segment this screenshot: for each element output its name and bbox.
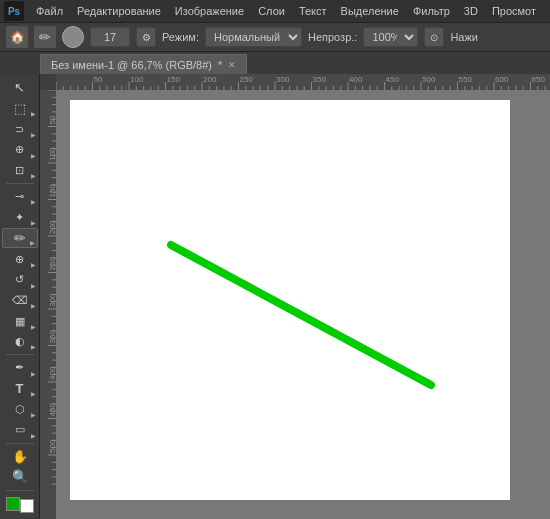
tool-arrow: ▶ (31, 390, 36, 397)
marquee-icon: ⬚ (14, 101, 26, 116)
options-bar: 🏠 ✏ 17 ⚙ Режим: Нормальный Непрозр.: 100… (0, 22, 550, 52)
tool-arrow: ▶ (31, 261, 36, 268)
tab-title: Без имени-1 @ 66,7% (RGB/8#) (51, 59, 212, 71)
opacity-select[interactable]: 100% (363, 27, 418, 47)
quickselect-icon: ⊕ (15, 143, 24, 156)
tool-arrow: ▶ (31, 131, 36, 138)
tool-arrow: ▶ (31, 219, 36, 226)
brush-icon[interactable]: ✏ (34, 26, 56, 48)
dodge-tool-btn[interactable]: ◐ ▶ (2, 332, 38, 352)
menu-bar: Ps Файл Редактирование Изображение Слои … (0, 0, 550, 22)
hand-icon: ✋ (12, 449, 28, 464)
brush-tool-btn[interactable]: ✏ ▶ (2, 228, 38, 248)
menu-3d[interactable]: 3D (458, 3, 484, 19)
heal-tool-btn[interactable]: ✦ ▶ (2, 207, 38, 227)
main-area: ↖ ⬚ ▶ ⊃ ▶ ⊕ ▶ ⊡ ▶ ⊸ ▶ ✦ ▶ ✏ ▶ (0, 74, 550, 519)
mode-select[interactable]: Нормальный (205, 27, 302, 47)
toolbar: ↖ ⬚ ▶ ⊃ ▶ ⊕ ▶ ⊡ ▶ ⊸ ▶ ✦ ▶ ✏ ▶ (0, 74, 40, 519)
tool-arrow: ▶ (31, 432, 36, 439)
type-icon: T (16, 381, 24, 396)
shape-tool-btn[interactable]: ▭ ▶ (2, 420, 38, 440)
tool-arrow: ▶ (31, 282, 36, 289)
type-tool-btn[interactable]: T ▶ (2, 379, 38, 399)
pen-tool-btn[interactable]: ✒ ▶ (2, 358, 38, 378)
tab-close-btn[interactable]: ✕ (228, 60, 236, 70)
tool-arrow: ▶ (31, 411, 36, 418)
crop-tool-btn[interactable]: ⊡ ▶ (2, 161, 38, 181)
shape-icon: ▭ (15, 423, 25, 436)
pressure-label: Нажи (450, 31, 478, 43)
path-icon: ⬡ (15, 403, 25, 416)
clone-icon: ⊕ (15, 253, 24, 266)
eyedropper-tool-btn[interactable]: ⊸ ▶ (2, 187, 38, 207)
path-tool-btn[interactable]: ⬡ ▶ (2, 399, 38, 419)
tool-arrow: ▶ (31, 370, 36, 377)
quickselect-tool-btn[interactable]: ⊕ ▶ (2, 140, 38, 160)
history-icon: ↺ (15, 273, 24, 286)
tool-arrow: ▶ (31, 302, 36, 309)
tool-separator-3 (6, 443, 34, 444)
heal-icon: ✦ (15, 211, 24, 224)
canvas-document (70, 100, 510, 500)
menu-select[interactable]: Выделение (335, 3, 405, 19)
canvas-scroll[interactable] (56, 90, 550, 519)
color-swatches (4, 495, 36, 515)
tool-arrow: ▶ (31, 110, 36, 117)
brush-icon-toolbar: ✏ (14, 230, 26, 246)
history-tool-btn[interactable]: ↺ ▶ (2, 270, 38, 290)
hand-tool-btn[interactable]: ✋ (2, 446, 38, 466)
clone-tool-btn[interactable]: ⊕ ▶ (2, 249, 38, 269)
tool-arrow: ▶ (31, 343, 36, 350)
tool-separator-2 (6, 354, 34, 355)
ps-logo: Ps (4, 1, 24, 21)
canvas-area (40, 74, 550, 519)
tool-arrow: ▶ (31, 198, 36, 205)
horizontal-ruler (40, 74, 550, 90)
home-icon[interactable]: 🏠 (6, 26, 28, 48)
tool-arrow: ▶ (30, 239, 35, 246)
dodge-icon: ◐ (15, 335, 25, 348)
tab-modified: * (218, 59, 222, 71)
marquee-tool-btn[interactable]: ⬚ ▶ (2, 99, 38, 119)
document-tab[interactable]: Без имени-1 @ 66,7% (RGB/8#) * ✕ (40, 54, 247, 74)
menu-view[interactable]: Просмот (486, 3, 542, 19)
menu-filter[interactable]: Фильтр (407, 3, 456, 19)
eraser-tool-btn[interactable]: ⌫ ▶ (2, 291, 38, 311)
pen-icon: ✒ (15, 361, 24, 374)
tab-bar: Без имени-1 @ 66,7% (RGB/8#) * ✕ (0, 52, 550, 74)
brush-preview[interactable] (62, 26, 84, 48)
tool-arrow: ▶ (31, 323, 36, 330)
background-color-swatch[interactable] (20, 499, 34, 513)
menu-layers[interactable]: Слои (252, 3, 291, 19)
foreground-color-swatch[interactable] (6, 497, 20, 511)
tool-arrow: ▶ (31, 152, 36, 159)
mode-label: Режим: (162, 31, 199, 43)
airbrush-btn[interactable]: ⊙ (424, 27, 444, 47)
menu-text[interactable]: Текст (293, 3, 333, 19)
eraser-icon: ⌫ (12, 294, 28, 307)
menu-edit[interactable]: Редактирование (71, 3, 167, 19)
fill-tool-btn[interactable]: ▦ ▶ (2, 311, 38, 331)
move-icon: ↖ (14, 80, 25, 95)
opacity-label: Непрозр.: (308, 31, 357, 43)
menu-image[interactable]: Изображение (169, 3, 250, 19)
zoom-icon: 🔍 (12, 469, 28, 484)
zoom-tool-btn[interactable]: 🔍 (2, 467, 38, 487)
menu-file[interactable]: Файл (30, 3, 69, 19)
ruler-corner (40, 74, 56, 90)
eyedropper-icon: ⊸ (15, 190, 24, 203)
brush-size-value: 17 (90, 27, 130, 47)
fill-icon: ▦ (15, 315, 25, 328)
brush-options-btn[interactable]: ⚙ (136, 27, 156, 47)
vertical-ruler (40, 90, 56, 519)
tool-separator-4 (6, 490, 34, 491)
move-tool-btn[interactable]: ↖ (2, 78, 38, 98)
ruler-v-container (40, 90, 550, 519)
lasso-tool-btn[interactable]: ⊃ ▶ (2, 119, 38, 139)
lasso-icon: ⊃ (15, 123, 24, 136)
crop-icon: ⊡ (15, 164, 24, 177)
tool-separator (6, 183, 34, 184)
tool-arrow: ▶ (31, 172, 36, 179)
